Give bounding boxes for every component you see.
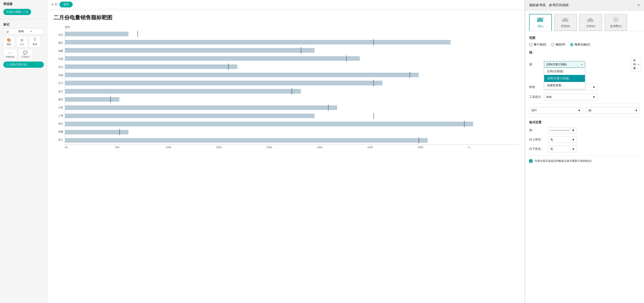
dropdown-item-0[interactable]: 总和(当期值) (544, 68, 585, 75)
scope-select[interactable]: 仅行 ▼ (529, 107, 583, 114)
bar-track-10 (65, 112, 518, 120)
agg-arrow: ▼ (638, 64, 640, 66)
svg-rect-0 (537, 19, 538, 22)
bar-rect-0 (65, 32, 128, 36)
value-label: 值: (529, 62, 542, 66)
tooltip-button[interactable]: 💬 工具提示 (18, 49, 32, 60)
bar-track-9 (65, 104, 518, 112)
bar-marker-3 (346, 55, 346, 62)
tab-dist-label: 分布(D) (586, 24, 595, 28)
scope-radio-group: 整个表(E) 每区(P) 每单元格(C) (529, 43, 640, 46)
province-tag[interactable]: 省市 (60, 2, 73, 8)
value-dropdown-menu: 总和(当期值) 总和(月度计划值) 创建新参数... (544, 68, 585, 89)
scope-select-text: 仅行 (532, 108, 537, 112)
tooltip-select[interactable]: 自动 ▼ (544, 94, 598, 100)
tab-dist-icon (587, 16, 594, 24)
value-select[interactable]: 总和(月度计划值) ▼ (544, 61, 585, 68)
bar-marker-12 (119, 129, 120, 135)
pill-total[interactable]: ⬡ 总和(月度计划... (3, 62, 44, 68)
bar-marker-1 (373, 39, 374, 45)
bar-rect-8 (65, 97, 119, 102)
y-label-5: 河南 (58, 74, 63, 76)
value-agg-select[interactable]: 平均值 ▼ (631, 58, 642, 72)
pill-dot: ⬡ (6, 63, 8, 66)
tab-line[interactable]: 线(L) (529, 14, 552, 31)
fill-down-select[interactable]: 无 ▼ (548, 146, 577, 152)
value-row: 值: 总和(月度计划值) ▼ 总和(当期值) 总和(月度计划值) 创建新参数..… (529, 58, 640, 72)
bar-marker-6 (373, 80, 374, 86)
detail-button[interactable]: ⋯ 详细信息 (3, 49, 17, 60)
fill-down-arrow: ▼ (572, 148, 575, 151)
x-label-4: 200K (266, 146, 317, 149)
bar-rect-11 (65, 122, 473, 126)
fill-down-label: 向下填充: (529, 147, 546, 151)
color-icon: 🎨 (7, 38, 11, 42)
x-label-0: 0K (65, 146, 115, 149)
tooltip-row: 工具提示: 自动 ▼ (529, 94, 640, 100)
bar-track-12 (65, 128, 518, 136)
tab-box[interactable]: 盒须图(X) (604, 14, 627, 31)
radio-all[interactable]: 整个表(E) (529, 43, 546, 46)
radio-all-circle (529, 43, 532, 46)
marks-type-dropdown[interactable]: 📊 自动 ▼ (3, 28, 44, 34)
recalc-checkbox[interactable]: ✓ (529, 159, 532, 162)
y-axis-header: 省市 (65, 25, 70, 29)
dropdown-item-2[interactable]: 创建新参数... (544, 82, 585, 89)
check-icon: ✓ (530, 160, 532, 162)
dropdown-item-1[interactable]: 总和(月度计划值) (544, 75, 585, 82)
right-panel: 编辑参考线、参考区间或框 × 线(L) 区间(B) 分布(D) (525, 0, 644, 303)
fill-up-select[interactable]: 无 ▼ (548, 136, 577, 143)
line-style-select[interactable]: ▼ (548, 127, 577, 134)
rows-bar: ≡ 行 省市 (52, 0, 520, 9)
bar-track-1 (65, 38, 518, 46)
svg-rect-6 (562, 19, 563, 22)
panel-title: 编辑参考线、参考区间或框 (529, 3, 569, 8)
fill-up-arrow: ▼ (572, 138, 575, 141)
bar-marker-5 (410, 72, 410, 78)
y-label-0: 北京 (58, 34, 63, 36)
chart-area: ≡ 行 省市 二月份电量销售额标靶图 省市 北京 重庆 福建 甘肃 (47, 0, 525, 303)
svg-rect-4 (542, 19, 543, 22)
bar-track-6 (65, 79, 518, 87)
tab-band[interactable]: 区间(B) (554, 14, 577, 31)
line-format-row: 线: ▼ (529, 127, 640, 134)
radio-cell[interactable]: 每单元格(C) (570, 43, 590, 46)
bar-rect-9 (65, 106, 337, 110)
bar-marker-9 (328, 104, 328, 111)
checkbox-label: 为突出显示或选定的数据点显示重新计算的线(S) (534, 159, 592, 163)
svg-rect-7 (564, 18, 564, 22)
label-label: 标签 (33, 42, 37, 46)
label-button[interactable]: T 标签 (29, 36, 40, 47)
marks-dropdown-arrow: ▼ (30, 30, 42, 32)
tab-band-label: 区间(B) (561, 24, 570, 28)
close-button[interactable]: × (638, 3, 640, 8)
fill-down-value: 无 (550, 147, 553, 151)
radio-each[interactable]: 每区(P) (551, 43, 566, 46)
bar-marker-10 (373, 113, 374, 119)
y-label-2: 福建 (58, 50, 63, 52)
bar-marker-8 (110, 96, 111, 102)
scope-num-row: 仅行 ▼ 95 ▼ (529, 107, 640, 114)
separator-3 (529, 156, 640, 156)
y-label-10: 上海 (58, 114, 63, 117)
tab-line-label: 线(L) (538, 24, 544, 28)
fill-up-row: 向上填充: 无 ▼ (529, 136, 640, 143)
size-button[interactable]: ⊙ 大小 (16, 36, 28, 47)
checkbox-row: ✓ 为突出显示或选定的数据点显示重新计算的线(S) (529, 159, 640, 163)
color-button[interactable]: 🎨 颜色 (3, 36, 14, 47)
tab-dist[interactable]: 分布(D) (579, 14, 602, 31)
sidebar: 筛选器 月(统计周期): 二月 标记 📊 自动 ▼ 🎨 颜色 ⊙ 大小 (0, 0, 47, 303)
format-title: 格式设置 (529, 120, 640, 124)
line-section-title: 线 (529, 51, 640, 54)
bar-rect-3 (65, 56, 360, 61)
bar-rect-7 (65, 89, 301, 94)
filter-tag[interactable]: 月(统计周期): 二月 (3, 9, 31, 15)
x-label-1: 50K (115, 146, 166, 149)
num-select[interactable]: 95 ▼ (586, 107, 640, 114)
y-labels: 北京 重庆 福建 甘肃 河北 河南 辽宁 龙江 蒙东 山西 上海 四川 西藏 浙… (54, 30, 65, 145)
num-value: 95 (588, 109, 591, 112)
radio-all-label: 整个表(E) (534, 43, 546, 46)
tab-box-icon (612, 16, 620, 24)
filter-title: 筛选器 (0, 0, 47, 7)
marks-type-label: 自动 (18, 30, 30, 33)
